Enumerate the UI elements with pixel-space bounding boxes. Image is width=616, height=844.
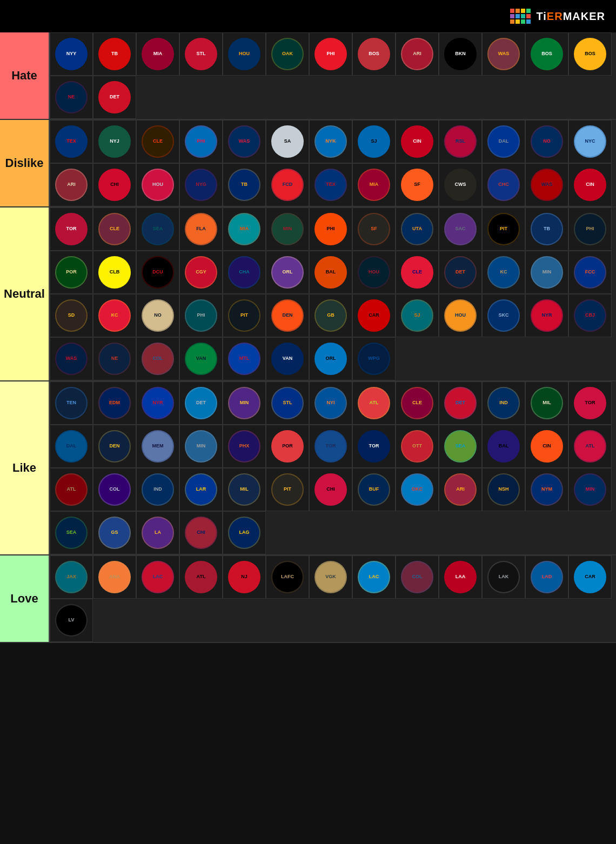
- team-cell-neutral-23[interactable]: KC: [482, 251, 525, 294]
- team-cell-like-23[interactable]: BAL: [482, 425, 525, 468]
- team-cell-like-3[interactable]: DET: [179, 381, 223, 425]
- team-cell-like-2[interactable]: NYR: [136, 381, 179, 425]
- team-cell-love-3[interactable]: ATL: [179, 555, 223, 599]
- team-cell-neutral-27[interactable]: KC: [93, 294, 136, 337]
- team-cell-neutral-28[interactable]: NO: [136, 294, 179, 337]
- team-cell-dislike-19[interactable]: TEX: [309, 163, 352, 206]
- team-cell-like-39[interactable]: SEA: [50, 511, 93, 554]
- team-cell-like-7[interactable]: ATL: [352, 381, 396, 425]
- team-cell-dislike-20[interactable]: MIA: [352, 163, 396, 206]
- team-cell-hate-8[interactable]: ARI: [396, 32, 439, 76]
- team-cell-neutral-13[interactable]: POR: [50, 251, 93, 294]
- team-cell-like-34[interactable]: OKC: [396, 468, 439, 511]
- team-cell-like-10[interactable]: IND: [482, 381, 525, 425]
- team-cell-neutral-12[interactable]: PHI: [568, 207, 612, 251]
- team-cell-hate-10[interactable]: WAS: [482, 32, 525, 76]
- team-cell-neutral-19[interactable]: BAL: [309, 251, 352, 294]
- team-cell-dislike-23[interactable]: CHC: [482, 163, 525, 206]
- team-cell-neutral-46[interactable]: WPG: [352, 337, 396, 380]
- team-cell-like-38[interactable]: MIN: [568, 468, 612, 511]
- team-cell-dislike-3[interactable]: PHI: [179, 120, 223, 163]
- team-cell-dislike-16[interactable]: NYG: [179, 163, 223, 206]
- team-cell-like-9[interactable]: DET: [439, 381, 482, 425]
- team-cell-like-12[interactable]: TOR: [568, 381, 612, 425]
- team-cell-like-15[interactable]: MEM: [136, 425, 179, 468]
- team-cell-love-8[interactable]: COL: [396, 555, 439, 599]
- team-cell-hate-11[interactable]: BOS: [525, 32, 568, 76]
- team-cell-neutral-17[interactable]: CHA: [223, 251, 266, 294]
- team-cell-like-27[interactable]: COL: [93, 468, 136, 511]
- team-cell-like-31[interactable]: PIT: [266, 468, 309, 511]
- team-cell-neutral-31[interactable]: DEN: [266, 294, 309, 337]
- team-cell-hate-5[interactable]: OAK: [266, 32, 309, 76]
- team-cell-love-2[interactable]: LAC: [136, 555, 179, 599]
- team-cell-like-36[interactable]: NSH: [482, 468, 525, 511]
- team-cell-dislike-6[interactable]: NYK: [309, 120, 352, 163]
- team-cell-neutral-14[interactable]: CLB: [93, 251, 136, 294]
- team-cell-dislike-1[interactable]: NYJ: [93, 120, 136, 163]
- team-cell-neutral-44[interactable]: VAN: [266, 337, 309, 380]
- team-cell-like-40[interactable]: GS: [93, 511, 136, 554]
- team-cell-like-11[interactable]: MIL: [525, 381, 568, 425]
- team-cell-like-16[interactable]: MIN: [179, 425, 223, 468]
- team-cell-dislike-14[interactable]: CHI: [93, 163, 136, 206]
- team-cell-neutral-29[interactable]: PHI: [179, 294, 223, 337]
- team-cell-dislike-12[interactable]: NYC: [568, 120, 612, 163]
- team-cell-hate-7[interactable]: BOS: [352, 32, 396, 76]
- team-cell-like-19[interactable]: TOR: [309, 425, 352, 468]
- team-cell-like-37[interactable]: NYM: [525, 468, 568, 511]
- team-cell-neutral-30[interactable]: PIT: [223, 294, 266, 337]
- team-cell-like-41[interactable]: LA: [136, 511, 179, 554]
- team-cell-neutral-4[interactable]: MIA: [223, 207, 266, 251]
- team-cell-dislike-0[interactable]: TEX: [50, 120, 93, 163]
- team-cell-neutral-21[interactable]: CLE: [396, 251, 439, 294]
- team-cell-hate-12[interactable]: BOS: [568, 32, 612, 76]
- team-cell-hate-1[interactable]: TB: [93, 32, 136, 76]
- team-cell-love-9[interactable]: LAA: [439, 555, 482, 599]
- team-cell-neutral-22[interactable]: DET: [439, 251, 482, 294]
- team-cell-neutral-45[interactable]: ORL: [309, 337, 352, 380]
- team-cell-neutral-11[interactable]: TB: [525, 207, 568, 251]
- team-cell-love-10[interactable]: LAK: [482, 555, 525, 599]
- team-cell-like-26[interactable]: ATL: [50, 468, 93, 511]
- team-cell-like-17[interactable]: PHX: [223, 425, 266, 468]
- team-cell-neutral-35[interactable]: HOU: [439, 294, 482, 337]
- team-cell-neutral-20[interactable]: HOU: [352, 251, 396, 294]
- team-cell-dislike-10[interactable]: DAL: [482, 120, 525, 163]
- team-cell-love-12[interactable]: CAR: [568, 555, 612, 599]
- team-cell-neutral-3[interactable]: FLA: [179, 207, 223, 251]
- team-cell-like-22[interactable]: SEA: [439, 425, 482, 468]
- team-cell-dislike-17[interactable]: TB: [223, 163, 266, 206]
- team-cell-neutral-40[interactable]: NE: [93, 337, 136, 380]
- team-cell-like-13[interactable]: DAL: [50, 425, 93, 468]
- team-cell-dislike-5[interactable]: SA: [266, 120, 309, 163]
- team-cell-neutral-34[interactable]: SJ: [396, 294, 439, 337]
- team-cell-like-24[interactable]: CIN: [525, 425, 568, 468]
- team-cell-like-20[interactable]: TOR: [352, 425, 396, 468]
- team-cell-love-1[interactable]: ANA: [93, 555, 136, 599]
- team-cell-neutral-18[interactable]: ORL: [266, 251, 309, 294]
- team-cell-like-25[interactable]: ATL: [568, 425, 612, 468]
- team-cell-like-0[interactable]: TEN: [50, 381, 93, 425]
- team-cell-like-21[interactable]: OTT: [396, 425, 439, 468]
- team-cell-neutral-38[interactable]: CBJ: [568, 294, 612, 337]
- team-cell-neutral-8[interactable]: UTA: [396, 207, 439, 251]
- team-cell-neutral-37[interactable]: NYR: [525, 294, 568, 337]
- team-cell-hate-6[interactable]: PHI: [309, 32, 352, 76]
- team-cell-love-6[interactable]: VGK: [309, 555, 352, 599]
- team-cell-hate-0[interactable]: NYY: [50, 32, 93, 76]
- team-cell-like-18[interactable]: POR: [266, 425, 309, 468]
- team-cell-neutral-32[interactable]: GB: [309, 294, 352, 337]
- team-cell-dislike-25[interactable]: CIN: [568, 163, 612, 206]
- team-cell-dislike-22[interactable]: CWS: [439, 163, 482, 206]
- team-cell-like-28[interactable]: IND: [136, 468, 179, 511]
- team-cell-neutral-5[interactable]: MIN: [266, 207, 309, 251]
- team-cell-neutral-25[interactable]: FCC: [568, 251, 612, 294]
- team-cell-neutral-42[interactable]: VAN: [179, 337, 223, 380]
- team-cell-neutral-9[interactable]: SAC: [439, 207, 482, 251]
- team-cell-hate-14[interactable]: DET: [93, 76, 136, 119]
- team-cell-hate-4[interactable]: HOU: [223, 32, 266, 76]
- team-cell-neutral-1[interactable]: CLE: [93, 207, 136, 251]
- team-cell-dislike-9[interactable]: RSL: [439, 120, 482, 163]
- team-cell-neutral-24[interactable]: MIN: [525, 251, 568, 294]
